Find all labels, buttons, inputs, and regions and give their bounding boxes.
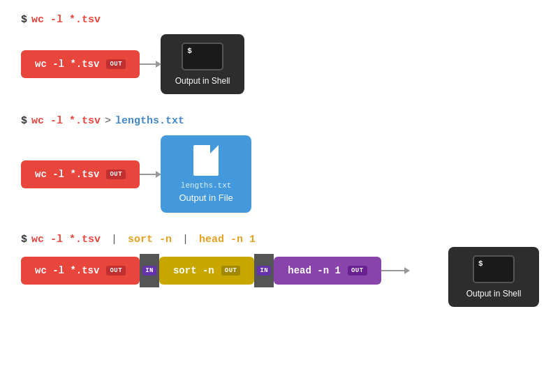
out-badge-3: OUT (106, 266, 126, 276)
out-badge-sort: OUT (221, 266, 241, 276)
output-label-2: Output in File (179, 193, 233, 203)
head-label: head -n 1 (288, 265, 341, 276)
output-label-3: Output in Shell (466, 289, 522, 299)
flow-row-1: wc -l *.tsv OUT $ Output in Shell (21, 34, 539, 94)
terminal-dollar-1: $ (187, 47, 192, 55)
cmd-pipe-2: | (176, 234, 195, 246)
dollar-3: $ (21, 234, 27, 246)
cmd-pipe-1: | (105, 234, 124, 246)
section-1: $ wc -l *.tsv wc -l *.tsv OUT $ Output i… (21, 14, 539, 94)
out-badge-1: OUT (106, 59, 126, 69)
output-label-1: Output in Shell (175, 76, 230, 86)
file-icon-1 (193, 145, 219, 176)
dollar-2: $ (21, 115, 27, 127)
flow-row-2: wc -l *.tsv OUT lengths.txt Output in Fi… (21, 135, 539, 213)
out-badge-2: OUT (106, 169, 126, 179)
sort-pill: sort -n OUT (159, 257, 255, 285)
cmd-wc-2: wc -l *.tsv (31, 115, 101, 127)
terminal-window-3: $ (473, 255, 515, 283)
section-2: $ wc -l *.tsv > lengths.txt wc -l *.tsv … (21, 115, 539, 213)
cmd-filename: lengths.txt (115, 115, 184, 127)
output-shell-1: $ Output in Shell (161, 34, 244, 94)
section-3: $ wc -l *.tsv | sort -n | head -n 1 wc -… (21, 234, 539, 287)
cmd-head: head -n 1 (199, 234, 256, 246)
arrow-1 (140, 63, 161, 65)
wc-label-1: wc -l *.tsv (35, 59, 99, 70)
in-badge-1: IN (142, 266, 156, 276)
terminal-dollar-3: $ (478, 259, 483, 268)
dollar-1: $ (21, 14, 27, 26)
connector-2: IN (254, 254, 274, 287)
cmd-wc-3: wc -l *.tsv (31, 234, 101, 246)
arrow-3 (381, 270, 409, 271)
in-badge-2: IN (257, 266, 271, 276)
cmd-line-2: $ wc -l *.tsv > lengths.txt (21, 115, 539, 127)
cmd-sort: sort -n (128, 234, 172, 246)
wc-pill-3: wc -l *.tsv OUT (21, 257, 140, 285)
head-pill: head -n 1 OUT (274, 257, 381, 285)
cmd-line-1: $ wc -l *.tsv (21, 14, 539, 26)
wc-pill-2: wc -l *.tsv OUT (21, 160, 140, 188)
terminal-window-1: $ (182, 43, 223, 70)
file-name-label-1: lengths.txt (181, 181, 232, 190)
out-badge-head: OUT (348, 266, 367, 276)
output-file-1: lengths.txt Output in File (161, 135, 251, 213)
wc-label-2: wc -l *.tsv (35, 169, 99, 180)
connector-1: IN (140, 254, 159, 287)
wc-label-3: wc -l *.tsv (35, 265, 99, 276)
sort-label: sort -n (173, 265, 214, 276)
cmd-line-3: $ wc -l *.tsv | sort -n | head -n 1 (21, 234, 539, 246)
flow-row-3: wc -l *.tsv OUT IN sort -n OUT IN head -… (21, 254, 539, 287)
cmd-wc-1: wc -l *.tsv (31, 14, 101, 26)
arrow-2 (140, 174, 161, 175)
cmd-redirect: > (105, 115, 111, 127)
output-shell-3: $ Output in Shell (448, 247, 539, 307)
wc-pill-1: wc -l *.tsv OUT (21, 50, 140, 78)
main-container: $ wc -l *.tsv wc -l *.tsv OUT $ Output i… (0, 0, 560, 301)
